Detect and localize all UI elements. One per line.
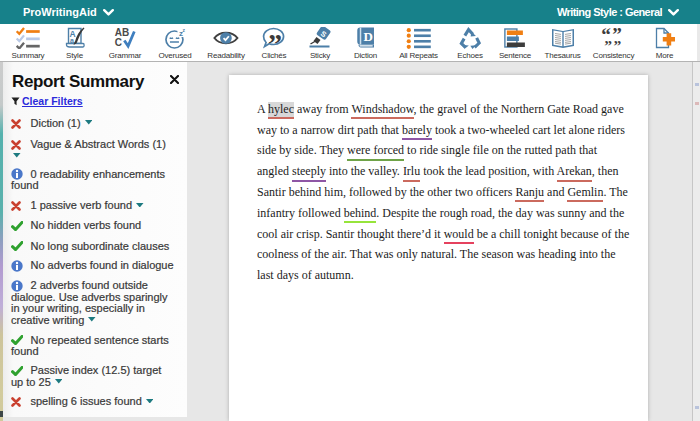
svg-text:D: D (364, 29, 373, 44)
svg-text:C: C (114, 37, 121, 48)
svg-text:”: ” (269, 28, 283, 49)
svg-text:a: a (70, 37, 74, 44)
svg-text:” ”: ” ” (605, 37, 622, 49)
